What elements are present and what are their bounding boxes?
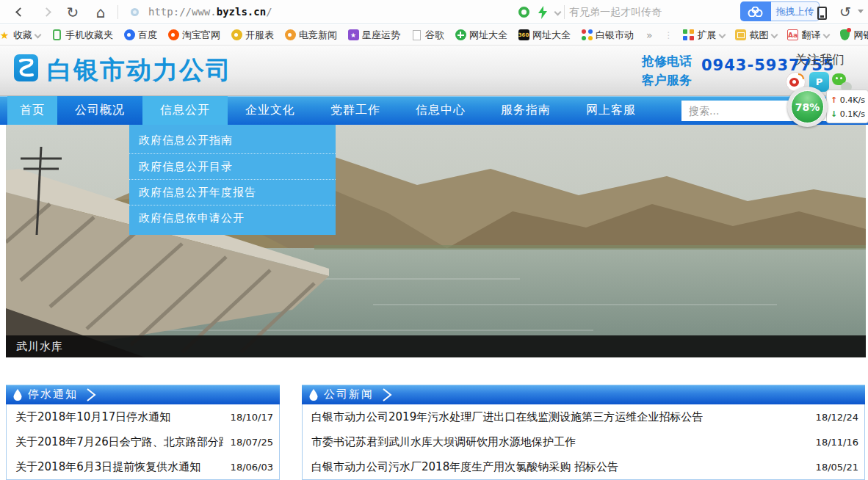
refresh-icon: ↻ bbox=[67, 4, 79, 21]
url-domain: byzls.cn bbox=[217, 6, 266, 18]
chevron-down-icon[interactable] bbox=[551, 0, 564, 24]
upload-arrow-icon: ↑ bbox=[831, 95, 837, 105]
dropdown-item-guide[interactable]: 政府信息公开指南 bbox=[129, 128, 336, 153]
star-shield-icon: ★ bbox=[347, 29, 359, 41]
water-drop-icon bbox=[309, 389, 318, 401]
lightning-icon[interactable] bbox=[538, 6, 547, 22]
news-list: 白银市动力公司2019年污水处理厂进出口在线监测设施第三方运维企业招标公告18/… bbox=[302, 404, 865, 480]
document-icon bbox=[411, 29, 422, 41]
back-button[interactable] bbox=[9, 0, 31, 24]
site-security-icon[interactable] bbox=[131, 8, 139, 16]
shield-icon bbox=[839, 29, 851, 41]
news-item[interactable]: 市委书记苏君到武川水库大坝调研饮用水源地保护工作18/11/16 bbox=[303, 429, 864, 454]
url-suffix: / bbox=[266, 6, 272, 18]
news-item[interactable]: 白银市动力公司2019年污水处理厂进出口在线监测设施第三方运维企业招标公告18/… bbox=[303, 404, 864, 429]
bookmark-label: 谷歌 bbox=[425, 29, 444, 42]
nav-item-service-guide[interactable]: 服务指南 bbox=[483, 96, 568, 125]
color-dots-icon bbox=[581, 29, 593, 41]
toolbar-label: 截图 bbox=[750, 29, 769, 42]
bookmark-label: 开服表 bbox=[245, 29, 274, 42]
section-title: 停水通知 bbox=[28, 388, 78, 401]
nav-item-culture[interactable]: 企业文化 bbox=[228, 96, 313, 125]
news-date: 18/05/21 bbox=[816, 462, 858, 473]
download-speed: 0.1K/s bbox=[840, 109, 865, 119]
nav-item-online-service[interactable]: 网上客服 bbox=[568, 96, 654, 125]
shutter-icon[interactable] bbox=[518, 7, 529, 18]
section-header[interactable]: 公司新闻 bbox=[302, 385, 865, 404]
address-bar[interactable]: http://www.byzls.cn/ bbox=[148, 6, 272, 18]
follow-us-label: 关注我们 bbox=[795, 51, 845, 68]
dropdown-item-catalog[interactable]: 政府信息公开目录 bbox=[129, 153, 336, 179]
dropdown-item-annual[interactable]: 政府信息公开年度报告 bbox=[129, 179, 336, 205]
hotline-line2: 客户服务 bbox=[642, 70, 692, 90]
bookmark-label: 网址大全 bbox=[532, 29, 571, 42]
news-item[interactable]: 关于2018年10月17日停水通知18/10/17 bbox=[7, 404, 279, 429]
bookmark-label: 淘宝官网 bbox=[182, 29, 220, 42]
bookmark-favorites[interactable]: ★ 收藏 bbox=[0, 25, 46, 46]
site-header: 白银市动力公司 抢修电话 客户服务 0943-5937755 关注我们 P bbox=[0, 46, 868, 96]
nav-item-party[interactable]: 党群工作 bbox=[313, 96, 398, 125]
bookmark-horoscope[interactable]: ★星座运势 bbox=[342, 25, 405, 46]
bookmark-esports-news[interactable]: 电竞新闻 bbox=[279, 25, 342, 46]
news-item[interactable]: 白银市动力公司污水厂2018年度生产用次氯酸钠采购 招标公告18/05/21 bbox=[303, 454, 864, 479]
refresh-button[interactable]: ↻ bbox=[62, 0, 84, 24]
bookmark-baiyin-site[interactable]: 白银市动 bbox=[576, 25, 639, 46]
bookmark-taobao[interactable]: 淘宝官网 bbox=[162, 25, 225, 46]
browser-toolbar: ↻ ⌂ http://www.byzls.cn/ 有兄弟一起才叫传奇 拖拽上传 … bbox=[0, 0, 868, 24]
section-water-notices: 停水通知 关于2018年10月17日停水通知18/10/17 关于2018年7月… bbox=[6, 385, 280, 480]
toolbar-screenshot[interactable]: 截图 bbox=[730, 25, 782, 46]
main-nav: 首页 公司概况 信息公开 企业文化 党群工作 信息中心 服务指南 网上客服 bbox=[0, 96, 868, 125]
bookmark-kaifubiao[interactable]: 开服表 bbox=[225, 25, 279, 46]
download-arrow-icon: ↓ bbox=[831, 109, 837, 119]
hero-caption: 武川水库 bbox=[6, 335, 866, 357]
toolbar-ebank[interactable]: 网银 bbox=[834, 25, 868, 46]
home-icon: ⌂ bbox=[96, 4, 106, 21]
news-title: 关于2018年10月17日停水通知 bbox=[15, 410, 170, 424]
nav-item-about[interactable]: 公司概况 bbox=[57, 96, 142, 125]
info-open-dropdown: 政府信息公开指南 政府信息公开目录 政府信息公开年度报告 政府信息依申请公开 bbox=[129, 125, 336, 235]
progress-badge[interactable]: 78% bbox=[787, 87, 828, 127]
toolbar-label: 扩展 bbox=[698, 29, 717, 42]
toolbar-extensions[interactable]: 扩展 bbox=[678, 25, 730, 46]
star-icon: ★ bbox=[0, 29, 10, 41]
forward-button[interactable] bbox=[35, 0, 57, 24]
nav-item-info-open[interactable]: 信息公开 bbox=[142, 96, 228, 125]
toolbar-divider bbox=[117, 5, 118, 19]
network-speed-widget[interactable]: ↑ 0.4K/s ↓ 0.1K/s bbox=[826, 90, 868, 123]
undo-menu-caret[interactable] bbox=[858, 10, 864, 13]
bookmark-label: 电竞新闻 bbox=[299, 29, 337, 42]
cloud-icon bbox=[740, 1, 771, 21]
bookmark-360-sites[interactable]: 360网址大全 bbox=[513, 25, 576, 46]
undo-icon[interactable]: ↺ bbox=[839, 4, 851, 20]
news-date: 18/10/17 bbox=[231, 412, 273, 423]
wechat-icon[interactable] bbox=[832, 72, 852, 92]
company-logo[interactable] bbox=[14, 54, 38, 81]
section-company-news: 公司新闻 白银市动力公司2019年污水处理厂进出口在线监测设施第三方运维企业招标… bbox=[302, 385, 865, 480]
bookmark-mobile-favorites[interactable]: 手机收藏夹 bbox=[46, 25, 118, 46]
upload-label: 拖拽上传 bbox=[771, 1, 820, 21]
news-title: 白银市动力公司污水厂2018年度生产用次氯酸钠采购 招标公告 bbox=[311, 460, 618, 474]
nav-item-home[interactable]: 首页 bbox=[7, 96, 57, 125]
blocks-icon bbox=[683, 29, 695, 41]
home-button[interactable]: ⌂ bbox=[90, 0, 112, 24]
bookmarks-overflow-button[interactable]: » bbox=[639, 29, 660, 41]
bookmark-baidu[interactable]: 百度 bbox=[118, 25, 162, 46]
cloud-upload-button[interactable]: 拖拽上传 bbox=[740, 1, 820, 21]
news-title: 关于2018年6月3日提前恢复供水通知 bbox=[15, 460, 200, 474]
water-drop-icon bbox=[13, 389, 22, 401]
nav-item-info-center[interactable]: 信息中心 bbox=[398, 96, 483, 125]
news-item[interactable]: 关于2018年6月3日提前恢复供水通知18/06/03 bbox=[7, 454, 279, 479]
company-name: 白银市动力公司 bbox=[47, 54, 232, 87]
news-item[interactable]: 关于2018年7月26日会宁路、北京路部分路...18/07/25 bbox=[7, 429, 279, 454]
section-header[interactable]: 停水通知 bbox=[6, 385, 280, 404]
toolbar-translate[interactable]: Aa翻译 bbox=[782, 25, 834, 46]
hotline-labels: 抢修电话 客户服务 bbox=[642, 51, 692, 90]
mobile-device-icon[interactable] bbox=[817, 7, 827, 20]
360-badge-icon: 360 bbox=[518, 29, 529, 41]
quick-search-field[interactable]: 有兄弟一起才叫传奇 bbox=[569, 6, 662, 19]
bookmarks-bar: ★ 收藏 手机收藏夹 百度 淘宝官网 开服表 电竞新闻 ★星座运势 谷歌 网址大… bbox=[0, 25, 868, 46]
bookmark-hao123[interactable]: 网址大全 bbox=[449, 25, 513, 46]
news-date: 18/12/24 bbox=[816, 412, 858, 423]
bookmark-google[interactable]: 谷歌 bbox=[405, 25, 449, 46]
dropdown-item-request[interactable]: 政府信息依申请公开 bbox=[129, 205, 336, 230]
